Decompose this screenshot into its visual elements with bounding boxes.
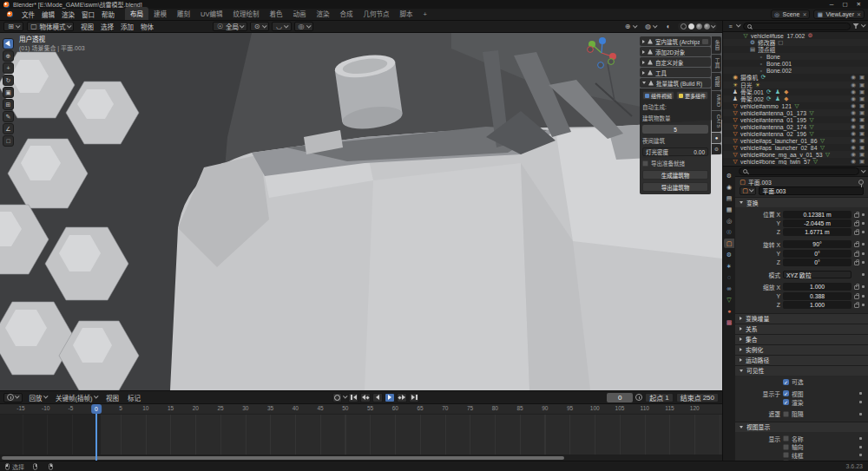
workspace-tab[interactable]: 雕刻: [172, 7, 195, 20]
checkbox[interactable]: [783, 452, 789, 458]
properties-tab[interactable]: [724, 250, 734, 259]
hide-in-viewport-toggle[interactable]: [850, 74, 857, 81]
hide-in-viewport-toggle[interactable]: [850, 82, 857, 88]
animate-dot-icon[interactable]: [859, 446, 862, 448]
outliner-row[interactable]: vehicle#aps_launcher_02_84: [723, 144, 868, 151]
frame-start-field[interactable]: 起点1: [645, 393, 673, 402]
select-box-tool[interactable]: [3, 38, 14, 49]
sidebar-tab-addon-icon[interactable]: ●: [712, 133, 721, 143]
animate-dot-icon[interactable]: [859, 437, 862, 440]
lock-icon[interactable]: [854, 231, 859, 235]
viewport-menu-item[interactable]: 视图: [77, 22, 97, 31]
play-reverse-button[interactable]: [372, 393, 383, 402]
viewlayer-selector[interactable]: ▦ ViewLayer ✕: [813, 10, 865, 19]
properties-tab[interactable]: [724, 295, 734, 304]
rotate-tool[interactable]: ↻: [3, 75, 14, 86]
current-frame-field[interactable]: 0: [607, 393, 633, 402]
show-gizmo-toggle[interactable]: ⊕: [621, 22, 640, 31]
jump-to-end-button[interactable]: [409, 393, 419, 402]
outliner-row[interactable]: vehicle#aps_launcher_01_86: [723, 137, 868, 144]
mode-dropdown[interactable]: ▢物体模式: [27, 22, 75, 31]
npanel-panel-header[interactable]: 工具: [640, 68, 711, 77]
viewport-canvas[interactable]: 用户透视 (01) 场景集合 | 平面.003 ⊕ + ↻ ▣ ⊞ ✎ ∠ □: [0, 33, 722, 390]
maximize-button[interactable]: ▢: [842, 1, 847, 8]
filter-icon[interactable]: [853, 23, 859, 29]
sidebar-tab[interactable]: CATS: [712, 111, 721, 132]
menu-item[interactable]: 渲染: [58, 9, 78, 20]
hide-in-viewport-toggle[interactable]: [850, 95, 857, 102]
disable-in-render-toggle[interactable]: [858, 137, 865, 144]
animate-dot-icon[interactable]: [862, 295, 865, 298]
collapsed-section-header[interactable]: 关系: [735, 324, 868, 334]
collapsed-section-header[interactable]: 实例化: [735, 345, 868, 355]
animate-dot-icon[interactable]: [862, 304, 865, 306]
scene-selector[interactable]: ◎ Scene ✕: [771, 10, 811, 19]
properties-tab[interactable]: [724, 261, 734, 271]
sidebar-tab[interactable]: MMD: [712, 91, 721, 110]
animate-dot-icon[interactable]: [862, 261, 865, 264]
lock-icon[interactable]: [854, 304, 859, 308]
properties-search-input[interactable]: [739, 167, 859, 175]
value-field[interactable]: 0°: [783, 250, 852, 258]
animate-dot-icon[interactable]: [859, 454, 862, 456]
light-density-slider[interactable]: 灯光密度0.00: [642, 147, 708, 156]
keying-set-chevron-icon[interactable]: [343, 394, 347, 398]
timeline-menu-item[interactable]: 回放: [25, 393, 52, 402]
hide-in-viewport-toggle[interactable]: [850, 144, 857, 151]
lock-icon[interactable]: [854, 213, 859, 218]
sidebar-tab-tool-icon[interactable]: ⚙: [712, 144, 721, 154]
properties-tab[interactable]: [724, 284, 734, 293]
collapsed-section-header[interactable]: 变换增量: [735, 314, 868, 324]
timeline-editor-type-button[interactable]: [3, 393, 23, 402]
disable-in-render-toggle[interactable]: [858, 116, 865, 123]
frame-end-field[interactable]: 结束点250: [676, 393, 719, 402]
disable-in-render-toggle[interactable]: [858, 88, 865, 95]
viewport-display-section-header[interactable]: 视图显示: [735, 422, 868, 432]
lock-icon[interactable]: [854, 222, 859, 226]
display-mode-chevron-icon[interactable]: [736, 23, 740, 27]
workspace-tab[interactable]: +: [418, 9, 431, 20]
value-field[interactable]: 0°: [783, 258, 852, 266]
properties-tab[interactable]: [724, 239, 734, 248]
jump-to-start-button[interactable]: [348, 393, 358, 402]
menu-item[interactable]: 编辑: [38, 9, 58, 20]
outliner-row[interactable]: vehicle#ammo_121: [723, 102, 868, 109]
checkbox[interactable]: [783, 390, 789, 396]
outliner-row[interactable]: vehicle#bone_rail_aiming_01_58: [723, 165, 868, 166]
transform-orientation-dropdown[interactable]: ☉全局: [213, 22, 247, 31]
animate-dot-icon[interactable]: [862, 213, 865, 216]
workspace-tab[interactable]: 着色: [264, 7, 287, 20]
outliner-row[interactable]: vehicle#antenna_01_173: [723, 109, 868, 116]
properties-tab[interactable]: [724, 216, 734, 226]
disable-in-render-toggle[interactable]: [858, 165, 865, 166]
scale-tool[interactable]: ▣: [3, 87, 14, 98]
snap-toggle[interactable]: ◡: [272, 22, 292, 31]
outliner-row[interactable]: 骨架.002: [723, 95, 868, 102]
hide-in-viewport-toggle[interactable]: [850, 130, 857, 137]
export-ready-checkbox[interactable]: 导出准备就绪: [642, 159, 708, 167]
workspace-tab[interactable]: 建模: [148, 7, 172, 20]
hide-in-viewport-toggle[interactable]: [850, 116, 857, 123]
sidebar-tab[interactable]: 工具: [712, 55, 721, 72]
transform-tool[interactable]: ⊞: [3, 99, 14, 110]
npanel-panel-header[interactable]: 添加2D对象: [640, 47, 711, 56]
outliner-row[interactable]: vehicle#antenna_01_195: [723, 116, 868, 123]
hide-in-viewport-toggle[interactable]: [850, 165, 857, 166]
timeline-track-area[interactable]: [0, 415, 722, 455]
collapsed-section-header[interactable]: 集合: [735, 335, 868, 344]
properties-tab[interactable]: [724, 306, 734, 316]
animate-dot-icon[interactable]: [859, 392, 862, 395]
disable-in-render-toggle[interactable]: [858, 95, 865, 102]
sidebar-tab[interactable]: 条目: [712, 36, 721, 54]
properties-tab[interactable]: [724, 182, 734, 192]
hide-in-viewport-toggle[interactable]: [850, 88, 857, 95]
timecode-icon[interactable]: [635, 394, 642, 401]
checkbox[interactable]: [783, 435, 789, 442]
workspace-tab[interactable]: 脚本: [394, 7, 418, 20]
scene-unlink-icon[interactable]: ✕: [802, 11, 806, 17]
workspace-tab[interactable]: 纹理绘制: [227, 7, 264, 20]
close-button[interactable]: ✕: [857, 1, 861, 8]
outliner-search-input[interactable]: [743, 23, 851, 30]
workspace-tab[interactable]: 布局: [125, 7, 148, 20]
disable-in-render-toggle[interactable]: [858, 82, 865, 88]
